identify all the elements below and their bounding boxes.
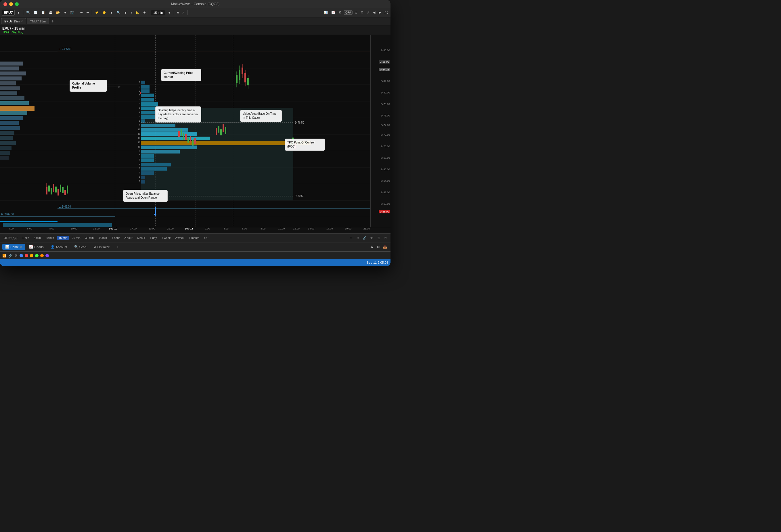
add-tab-button[interactable]: + [49,19,55,24]
settings-icon[interactable]: ⚙ [338,10,343,15]
svg-rect-24 [0,106,35,111]
forward-icon[interactable]: ▶ [377,10,382,15]
tf-link[interactable]: ⛓ [376,236,381,240]
tf-eye[interactable]: 👁 [369,236,374,240]
time-4-00: 4:00 [9,227,14,230]
tf-align[interactable]: ⊞ [356,236,360,240]
back-icon[interactable]: ◀ [372,10,376,15]
svg-rect-32 [0,146,11,150]
tab-charts[interactable]: 📈 Charts [26,244,46,250]
tf-1hour[interactable]: 1 hour [110,236,121,240]
timeframe-selector[interactable]: 15 min [151,10,165,15]
svg-text:13: 13 [138,132,140,135]
tf-more[interactable]: >>1 [202,236,210,240]
zoom-out-icon[interactable]: 🔍 [115,10,122,15]
price-2484-highlight: 2484.25 [379,68,390,71]
tf-clock[interactable]: ⏱ [383,236,388,240]
price-2462: 2462.00 [380,191,390,194]
svg-rect-20 [0,86,20,90]
minimize-button[interactable] [9,2,13,6]
chart-type-icon[interactable]: 📊 [323,10,329,15]
tab-ymu7[interactable]: YMU7 15m [27,18,49,24]
maximize-button[interactable] [15,2,19,6]
tf-5min[interactable]: 5 min [32,236,42,240]
font-up-icon[interactable]: A [176,10,180,15]
tf-1min[interactable]: 1 min [21,236,31,240]
tf-15min[interactable]: 15 min [57,236,69,240]
chart-container[interactable]: 1 2 2 3 3 4 5 4 4 1 8 11 13 16 18 13 9 3… [0,35,390,227]
screenshot-icon[interactable]: 📷 [69,10,75,15]
bottom-layout-icon[interactable]: ⊞ [376,244,381,249]
svg-rect-122 [192,140,194,146]
tf-1month[interactable]: 1 month [188,236,201,240]
svg-text:2470.50: 2470.50 [295,194,304,198]
svg-text:2476.50: 2476.50 [295,121,304,125]
tf-ofa[interactable]: OFA®(8,3) [2,236,19,240]
tf-2week[interactable]: 2 week [174,236,186,240]
price-axis: 2486.00 2485.00 2484.25 2482.00 2480.00 … [370,35,390,227]
draw-icon[interactable]: 📐 [134,10,141,15]
svg-rect-65 [141,102,158,106]
hand-icon[interactable]: ✋ [101,10,108,15]
expand-icon[interactable]: ⤢ [366,10,371,15]
anchor-icon[interactable]: ⊕ [142,10,147,15]
tf-chart-opts[interactable]: ☰ [349,236,354,240]
tab-home-close[interactable]: ✕ [20,245,22,248]
tab-scan[interactable]: 🔍 Scan [71,244,89,250]
tf-sync[interactable]: 🔗 [362,236,368,240]
status-datetime: Sep-11 9:05:08 [367,261,388,264]
tab-charts-label: Charts [34,245,43,249]
open-icon[interactable]: 📂 [55,10,61,15]
tab-add[interactable]: + [114,244,121,250]
sep4 [149,10,149,15]
svg-rect-119 [185,134,187,140]
svg-rect-137 [51,188,52,194]
svg-rect-23 [0,101,29,105]
gear-icon[interactable]: ⚙ [360,10,365,15]
status-dot-amber [40,254,44,257]
traffic-lights [3,2,19,6]
symbol-selector[interactable]: EPU7 [2,10,15,15]
svg-text:1: 1 [139,179,140,182]
time-4-00b: 4:00 [223,227,229,230]
cursor-dropdown[interactable]: ▼ [109,10,114,15]
crosshair-icon[interactable]: + [129,10,133,15]
tf-20min[interactable]: 20 min [71,236,82,240]
new-chart-icon[interactable]: 📄 [33,10,39,15]
symbol-dropdown[interactable]: ▼ [16,10,21,15]
search-icon[interactable]: 🔍 [25,10,31,15]
tab-optimize[interactable]: ⚙ Optimize [91,244,113,250]
tools-icon[interactable]: ⚡ [94,10,100,15]
tab-scan-icon: 🔍 [74,245,78,249]
copy-icon[interactable]: 📋 [40,10,46,15]
bottom-settings-icon[interactable]: ⚙ [370,244,375,249]
tab-optimize-label: Optimize [97,245,110,249]
close-button[interactable] [3,2,7,6]
tf-1day[interactable]: 1 day [149,236,158,240]
tf-10min[interactable]: 10 min [44,236,55,240]
time-17-00b: 17:00 [326,227,333,230]
fullscreen-icon[interactable]: ⛶ [383,10,389,15]
tf-45min[interactable]: 45 min [97,236,109,240]
indicator-icon[interactable]: 📈 [330,10,336,15]
tab-home[interactable]: 📊 Home ✕ [2,244,25,250]
bottom-export-icon[interactable]: 📤 [382,244,388,249]
tab-account[interactable]: 👤 Account [48,244,70,250]
tf-2hour[interactable]: 2 hour [123,236,134,240]
undo-icon[interactable]: ↩ [79,10,84,15]
svg-rect-62 [141,89,150,93]
zoom-dropdown[interactable]: ▼ [123,10,128,15]
tf-6hour[interactable]: 6 hour [136,236,147,240]
tf-1week[interactable]: 1 week [160,236,172,240]
tf-30min[interactable]: 30 min [84,236,95,240]
open-dropdown[interactable]: ▼ [63,10,68,15]
tab-epu7[interactable]: EPU7 15m ✕ [1,18,26,24]
svg-text:H: 2467.50: H: 2467.50 [1,212,14,216]
tab-epu7-close[interactable]: ✕ [21,20,23,23]
sep5 [174,10,174,15]
save-icon[interactable]: 💾 [47,10,54,15]
tf-dropdown[interactable]: ▼ [166,10,172,15]
font-down-icon[interactable]: A [181,11,186,15]
redo-icon[interactable]: ↪ [85,10,90,15]
shape-icon[interactable]: ◇ [354,10,358,15]
